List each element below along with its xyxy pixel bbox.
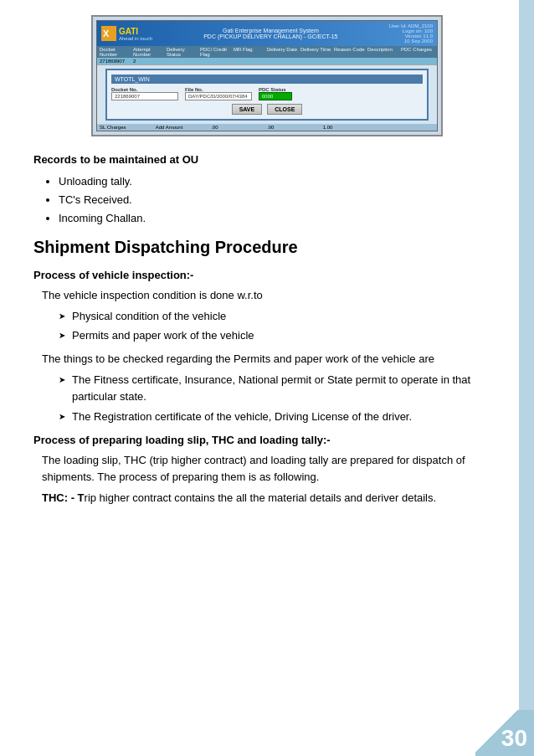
screenshot-area: X GATI Ahead in touch Gati Enterprise Ma… (25, 15, 509, 136)
app-header: X GATI Ahead in touch Gati Enterprise Ma… (97, 21, 437, 46)
thc-bold-t: T (78, 491, 85, 504)
process1-list: Physical condition of the vehicle Permit… (59, 308, 501, 344)
close-button[interactable]: CLOSE (267, 104, 302, 115)
dialog-buttons: SAVE CLOSE (111, 104, 423, 115)
page-number-corner: 30 (475, 710, 534, 756)
footer-row: SL Charges Add Amount .00 .00 1.00 (97, 124, 437, 131)
process1-heading: Process of vehicle inspection:- (33, 267, 501, 284)
dialog-box: WTOTL_WIN Docket No. 221869007 File No. … (105, 69, 429, 121)
app-window: X GATI Ahead in touch Gati Enterprise Ma… (96, 20, 438, 131)
page-container: X GATI Ahead in touch Gati Enterprise Ma… (0, 0, 534, 756)
screenshot-box: X GATI Ahead in touch Gati Enterprise Ma… (91, 15, 443, 136)
page-number: 30 (501, 725, 527, 752)
list-item: TC's Received. (59, 192, 501, 208)
app-system-title: Gati Enterprise Management System PDC (P… (203, 28, 337, 39)
process1-intro: The vehicle inspection condition is done… (42, 287, 501, 304)
thc-text: THC: - Trip higher contract contains the… (42, 490, 501, 507)
process2-heading: Process of preparing loading slip, THC a… (33, 432, 501, 449)
gati-logo-icon: X (101, 26, 116, 41)
list-item: Physical condition of the vehicle (59, 308, 501, 325)
records-heading: Records to be maintained at OU (33, 152, 501, 168)
bullet-list: Unloading tally. TC's Received. Incoming… (59, 173, 501, 227)
table-header: Docket Number Attempt Number Delivery St… (97, 46, 437, 58)
thc-body: rip higher contract contains the all the… (85, 491, 437, 504)
list-item: Incoming Challan. (59, 210, 501, 227)
side-decoration (519, 0, 534, 756)
thc-label: THC: - (42, 491, 78, 504)
list-item: Permits and paper work of the vehicle (59, 327, 501, 344)
list-item: The Fitness certificate, Insurance, Nati… (59, 372, 501, 405)
dialog-form-row: Docket No. 221869007 File No. DAY/PDC/D/… (111, 87, 423, 100)
app-logo: X GATI Ahead in touch (101, 26, 152, 41)
svg-text:X: X (103, 28, 110, 39)
process1-detail-list: The Fitness certificate, Insurance, Nati… (59, 372, 501, 424)
document-content: Records to be maintained at OU Unloading… (25, 152, 509, 507)
list-item: Unloading tally. (59, 173, 501, 190)
docket-no-value[interactable]: 221869007 (111, 92, 178, 100)
process2-text: The loading slip, THC (trip higher contr… (42, 452, 501, 486)
process1-detail: The things to be checked regarding the P… (42, 351, 501, 368)
file-no-value[interactable]: DAY/PDC/D/2000/07/4384 (185, 92, 252, 100)
dialog-title: WTOTL_WIN (111, 75, 423, 84)
logo-text: GATI (119, 27, 152, 36)
pdc-status-value[interactable]: 0000 (259, 92, 292, 100)
app-user-info: User Id: ADM_2100 Login on: 100 Version … (389, 23, 433, 44)
save-button[interactable]: SAVE (232, 104, 263, 115)
list-item: The Registration certificate of the vehi… (59, 409, 501, 425)
logo-tagline: Ahead in touch (119, 36, 152, 41)
section-title: Shipment Dispatching Procedure (33, 234, 501, 260)
table-row: 271869907 2 (97, 58, 437, 65)
